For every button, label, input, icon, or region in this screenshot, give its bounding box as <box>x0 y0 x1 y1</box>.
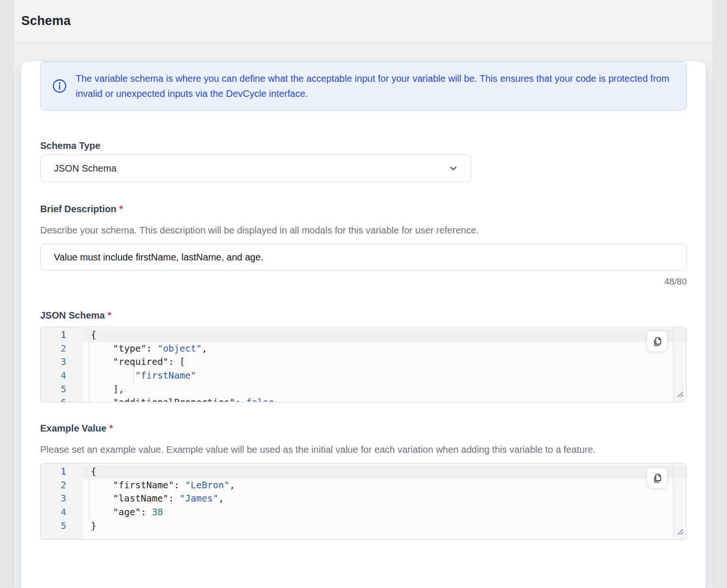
page-title: Schema <box>21 14 71 28</box>
required-asterisk: * <box>108 310 112 320</box>
schema-card: The variable schema is where you can def… <box>21 61 706 588</box>
code-line: "firstName": "LeBron", <box>91 479 686 493</box>
required-asterisk: * <box>119 204 123 214</box>
code-line: "type": "object", <box>91 342 686 356</box>
code-line: "required": [ <box>91 355 686 369</box>
page-header: Schema <box>14 0 712 43</box>
indent-guide <box>133 369 134 383</box>
json-schema-label: JSON Schema* <box>40 310 687 321</box>
json-schema-editor[interactable]: 123456 { "type": "object", "required": [… <box>40 327 687 402</box>
code-line: "firstName" <box>91 369 686 383</box>
page-shell: Schema The variable schema is where you … <box>14 0 712 588</box>
copy-button[interactable] <box>647 331 667 352</box>
schema-type-value: JSON Schema <box>54 163 448 174</box>
character-counter: 48/80 <box>40 276 687 287</box>
info-banner: The variable schema is where you can def… <box>40 61 687 111</box>
brief-description-helper: Describe your schema. This description w… <box>40 224 687 236</box>
line-number: 4 <box>41 369 83 383</box>
code-line: { <box>91 465 686 479</box>
code-line: "age": 38 <box>91 506 686 519</box>
example-value-helper: Please set an example value. Example val… <box>40 443 687 456</box>
copy-icon <box>652 336 663 347</box>
line-number: 6 <box>41 396 83 402</box>
line-number: 4 <box>41 506 83 519</box>
code-line: { <box>91 329 686 342</box>
editor-code[interactable]: { "type": "object", "required": [ "first… <box>83 327 686 402</box>
line-number: 5 <box>41 519 83 533</box>
example-value-editor[interactable]: 12345 { "firstName": "LeBron", "lastName… <box>40 463 687 540</box>
required-asterisk: * <box>109 423 113 433</box>
scrollbar-divider <box>673 327 674 402</box>
schema-type-select[interactable]: JSON Schema <box>40 155 471 182</box>
line-number: 2 <box>41 479 83 493</box>
copy-button[interactable] <box>647 467 667 488</box>
editor-code[interactable]: { "firstName": "LeBron", "lastName": "Ja… <box>83 464 686 539</box>
code-line: "lastName": "James", <box>91 492 686 506</box>
resize-handle[interactable] <box>677 391 684 400</box>
copy-icon <box>652 473 663 484</box>
info-icon <box>52 78 67 94</box>
resize-handle[interactable] <box>677 528 684 537</box>
editor-gutter: 123456 <box>41 327 83 402</box>
line-number: 1 <box>41 329 83 342</box>
line-number: 5 <box>41 383 83 397</box>
example-value-label: Example Value* <box>40 423 687 434</box>
code-line: } <box>91 519 686 533</box>
code-line: ], <box>91 383 686 397</box>
indent-guide <box>89 479 89 519</box>
brief-description-input[interactable] <box>40 243 687 271</box>
scrollbar-divider <box>673 464 674 539</box>
indent-guide <box>89 342 89 402</box>
code-line: "additionalProperties": false <box>91 396 686 402</box>
line-number: 1 <box>41 465 83 479</box>
line-number: 3 <box>41 492 83 506</box>
schema-type-label: Schema Type <box>40 140 687 151</box>
editor-gutter: 12345 <box>41 464 83 539</box>
brief-description-label: Brief Description* <box>40 203 687 215</box>
line-number: 2 <box>41 342 83 356</box>
banner-text: The variable schema is where you can def… <box>76 71 672 101</box>
chevron-down-icon <box>448 163 459 173</box>
line-number: 3 <box>41 355 83 369</box>
